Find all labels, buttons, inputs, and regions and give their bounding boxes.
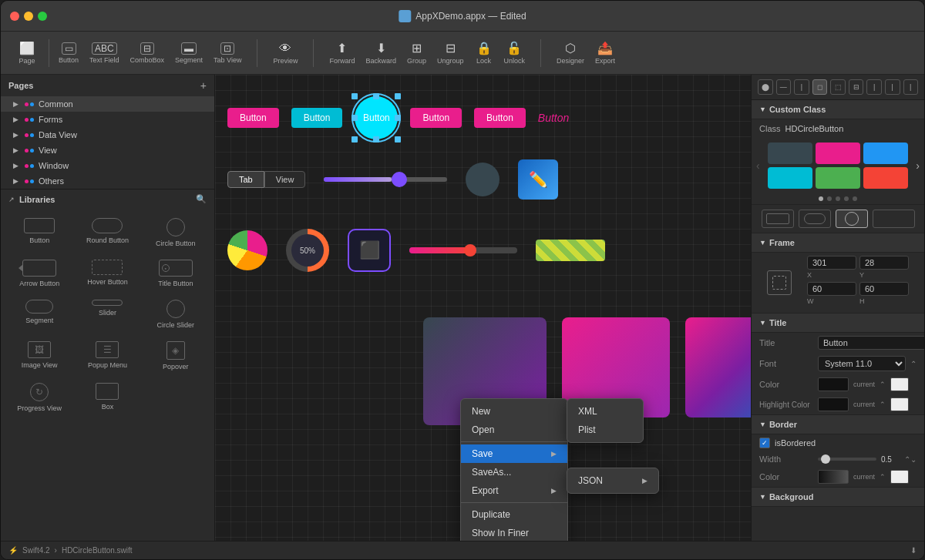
canvas-slider-thumb[interactable] [392,172,407,187]
toolbar-unlock[interactable]: 🔓 Unlock [500,38,530,68]
canvas-button-pink-2[interactable]: Button [410,108,462,128]
rp-view-6[interactable]: | [903,79,919,95]
sidebar-item-view[interactable]: ▶ View [1,143,214,158]
rp-view-selected[interactable]: ◻ [812,79,828,95]
toolbar-backward[interactable]: ⬇ Backward [362,38,402,68]
border-section-header[interactable]: ▼ Border [752,415,924,434]
color-next-icon[interactable]: › [916,159,920,172]
ctx-item-open[interactable]: Open [461,421,567,439]
canvas-slider[interactable] [324,177,447,182]
shape-wide-btn[interactable] [873,210,915,228]
toolbar-page[interactable]: ⬜ Page [13,38,41,68]
color-white-box[interactable] [890,377,909,391]
frame-y-input[interactable] [859,256,909,270]
shape-rect-btn[interactable] [762,210,794,228]
color-swatch-cyan[interactable] [768,167,812,189]
border-color-box[interactable] [818,470,849,484]
title-input[interactable] [818,336,924,350]
rp-align-left[interactable]: ⬤ [758,79,773,95]
rp-view-4[interactable]: | [866,79,882,95]
background-section-header[interactable]: ▼ Backgroud [752,488,924,507]
title-section-header[interactable]: ▼ Title [752,314,924,333]
canvas-area[interactable]: Button Button Button Button [215,75,751,541]
is-bordered-checkbox[interactable] [759,438,770,448]
nav-dot-2[interactable] [827,196,832,201]
shape-circle-btn[interactable] [836,210,868,228]
canvas-button-cyan[interactable]: Button [291,108,343,128]
lib-item-slider[interactable]: Slider [76,297,138,332]
canvas-bar[interactable] [409,247,517,253]
highlight-arrow-icon[interactable]: ⌃ [880,401,886,408]
color-swatch-blue[interactable] [863,143,908,164]
ctx-item-new[interactable]: New [461,402,567,421]
tab-btn-view[interactable]: View [264,171,306,188]
nav-dot-4[interactable] [844,196,849,201]
ctx-save-xml[interactable]: XML [567,402,643,421]
canvas-loader-ring[interactable] [227,230,267,270]
canvas-gradient-card[interactable] [685,317,751,417]
toolbar-textfield[interactable]: ABC Text Field [85,39,124,67]
lib-item-hover-button[interactable]: Hover Button [76,257,138,290]
shape-oval-btn[interactable] [799,210,831,228]
lib-item-popover[interactable]: ◈ Popover [145,338,207,374]
sidebar-item-common[interactable]: ▶ Common [1,96,214,112]
canvas-image-widget[interactable]: ✏️ [518,159,558,200]
lib-item-arrow-button[interactable]: Arrow Button [8,257,70,290]
sidebar-item-forms[interactable]: ▶ Forms [1,112,214,127]
close-button[interactable] [10,12,19,21]
border-width-thumb[interactable] [821,454,830,464]
toolbar-designer[interactable]: ⬡ Designer [552,38,589,68]
color-swatch-dark[interactable] [768,143,812,164]
toolbar-ungroup[interactable]: ⊟ Ungroup [432,38,469,68]
frame-section-header[interactable]: ▼ Frame [752,233,924,253]
ctx-item-saveas[interactable]: SaveAs... [461,463,567,481]
sidebar-item-others[interactable]: ▶ Others [1,173,214,189]
nav-dot-1[interactable] [819,196,823,201]
toolbar-preview[interactable]: 👁 Preview [268,39,302,68]
border-color-arrow[interactable]: ⌃ [880,473,886,481]
lib-item-progress-view[interactable]: ↻ Progress View [8,380,70,415]
tab-btn-tab[interactable]: Tab [227,171,264,188]
toolbar-segment[interactable]: ▬ Segment [170,39,207,67]
frame-w-input[interactable] [807,282,856,296]
color-swatch-red[interactable] [863,167,908,189]
sidebar-item-dataview[interactable]: ▶ Data View [1,127,214,143]
canvas-progress-circle[interactable]: 50% [286,229,329,272]
lib-item-popup-menu[interactable]: ☰ Popup Menu [76,338,138,374]
rp-view-3[interactable]: ⊟ [849,79,864,95]
maximize-button[interactable] [38,12,47,21]
ctx-save-plist[interactable]: Plist [567,421,643,439]
canvas-circle-slider[interactable] [466,163,500,196]
lib-item-button[interactable]: Button [8,215,70,250]
lib-item-box[interactable]: Box [76,380,138,415]
rp-align-right[interactable]: | [794,79,809,95]
canvas-button-round-selected[interactable]: Button [355,96,398,139]
lib-item-circle-button[interactable]: Circle Button [145,215,207,250]
toolbar-tabview[interactable]: ⊡ Tab View [209,39,246,67]
add-page-button[interactable]: + [200,79,207,92]
custom-class-header[interactable]: ▼ Custom Class [752,100,924,119]
canvas-square-button[interactable]: ⬛ [348,229,391,272]
frame-h-input[interactable] [859,282,909,296]
color-swatch-pink[interactable] [816,143,860,164]
highlight-color-box[interactable] [818,397,849,411]
ctx-export-json[interactable]: JSON ▶ [567,471,658,490]
lib-item-title-button[interactable]: ▪ Title Button [145,257,207,290]
highlight-white-box[interactable] [890,397,909,411]
canvas-button-pink-1[interactable]: Button [227,108,279,128]
nav-dot-3[interactable] [836,196,840,201]
nav-dot-5[interactable] [853,196,857,201]
border-width-slider[interactable] [818,458,876,461]
minimize-button[interactable] [24,12,33,21]
toolbar-combobox[interactable]: ⊟ ComboBox [126,39,170,67]
ctx-item-duplicate[interactable]: Duplicate [461,505,567,524]
canvas-button-pink-3[interactable]: Button [474,108,526,128]
search-icon[interactable]: 🔍 [196,194,207,204]
toolbar-group[interactable]: ⊞ Group [402,38,431,68]
lib-item-segment[interactable]: Segment [8,297,70,332]
toolbar-export[interactable]: 📤 Export [590,38,620,68]
ctx-item-export[interactable]: Export ▶ [461,481,567,500]
color-swatch-green[interactable] [816,167,860,189]
status-download-icon[interactable]: ⬇ [910,546,917,555]
border-width-stepper[interactable]: ⌃⌄ [904,455,917,464]
